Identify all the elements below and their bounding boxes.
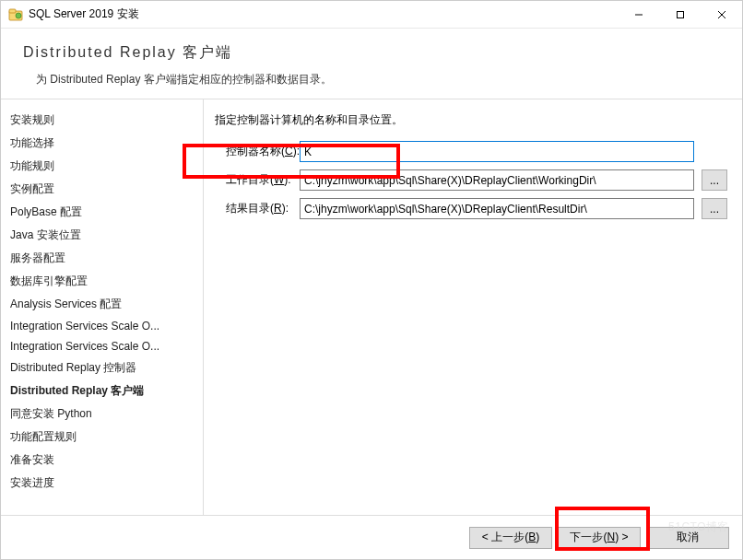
- working-dir-row: 工作目录(W): ...: [215, 169, 727, 191]
- sidebar-step-0[interactable]: 安装规则: [10, 109, 197, 132]
- result-dir-input[interactable]: [300, 198, 694, 219]
- content-description: 指定控制器计算机的名称和目录位置。: [215, 112, 727, 128]
- close-button[interactable]: [701, 1, 742, 28]
- working-dir-input[interactable]: [300, 169, 694, 191]
- sidebar-step-16[interactable]: 安装进度: [10, 472, 197, 495]
- svg-rect-1: [9, 9, 16, 13]
- step-sidebar: 安装规则功能选择功能规则实例配置PolyBase 配置Java 安装位置服务器配…: [1, 99, 204, 515]
- back-button[interactable]: < 上一步(B): [469, 527, 552, 549]
- result-dir-label: 结果目录(R):: [215, 201, 300, 216]
- sidebar-step-13[interactable]: 同意安装 Python: [10, 402, 197, 426]
- minimize-button[interactable]: [618, 1, 659, 28]
- app-icon: [8, 7, 23, 22]
- sidebar-step-12[interactable]: Distributed Replay 客户端: [10, 379, 197, 402]
- sidebar-step-1[interactable]: 功能选择: [10, 132, 197, 155]
- svg-point-2: [16, 13, 21, 18]
- sidebar-step-5[interactable]: Java 安装位置: [10, 224, 197, 247]
- result-dir-row: 结果目录(R): ...: [215, 198, 727, 219]
- window-title: SQL Server 2019 安装: [29, 6, 618, 22]
- maximize-button[interactable]: [659, 1, 701, 28]
- cancel-button[interactable]: 取消: [646, 527, 729, 549]
- body-area: 安装规则功能选择功能规则实例配置PolyBase 配置Java 安装位置服务器配…: [1, 99, 742, 515]
- sidebar-step-4[interactable]: PolyBase 配置: [10, 201, 197, 224]
- title-bar: SQL Server 2019 安装: [1, 1, 742, 29]
- page-title: Distributed Replay 客户端: [23, 43, 720, 63]
- controller-name-row: 控制器名称(C):: [215, 141, 727, 162]
- sidebar-step-9[interactable]: Integration Services Scale O...: [10, 316, 197, 336]
- sidebar-step-6[interactable]: 服务器配置: [10, 247, 197, 270]
- result-dir-browse-button[interactable]: ...: [702, 198, 727, 219]
- sidebar-step-8[interactable]: Analysis Services 配置: [10, 293, 197, 316]
- sidebar-step-15[interactable]: 准备安装: [10, 449, 197, 472]
- controller-name-input[interactable]: [300, 141, 694, 162]
- working-dir-browse-button[interactable]: ...: [702, 169, 727, 191]
- svg-rect-4: [677, 11, 683, 18]
- working-dir-label: 工作目录(W):: [215, 172, 300, 188]
- controller-name-label: 控制器名称(C):: [215, 144, 300, 159]
- sidebar-step-10[interactable]: Integration Services Scale O...: [10, 336, 197, 356]
- installer-window: SQL Server 2019 安装 Distributed Replay 客户…: [0, 0, 743, 560]
- page-header: Distributed Replay 客户端 为 Distributed Rep…: [1, 29, 742, 99]
- next-button[interactable]: 下一步(N) >: [558, 527, 641, 549]
- sidebar-step-2[interactable]: 功能规则: [10, 155, 197, 178]
- content-pane: 指定控制器计算机的名称和目录位置。 控制器名称(C): 工作目录(W): ...: [204, 99, 742, 515]
- sidebar-step-14[interactable]: 功能配置规则: [10, 426, 197, 449]
- sidebar-step-11[interactable]: Distributed Replay 控制器: [10, 356, 197, 379]
- window-controls: [618, 1, 742, 28]
- page-description: 为 Distributed Replay 客户端指定相应的控制器和数据目录。: [23, 72, 720, 88]
- footer-bar: < 上一步(B) 下一步(N) > 取消: [1, 515, 742, 559]
- sidebar-step-7[interactable]: 数据库引擎配置: [10, 270, 197, 293]
- sidebar-step-3[interactable]: 实例配置: [10, 178, 197, 201]
